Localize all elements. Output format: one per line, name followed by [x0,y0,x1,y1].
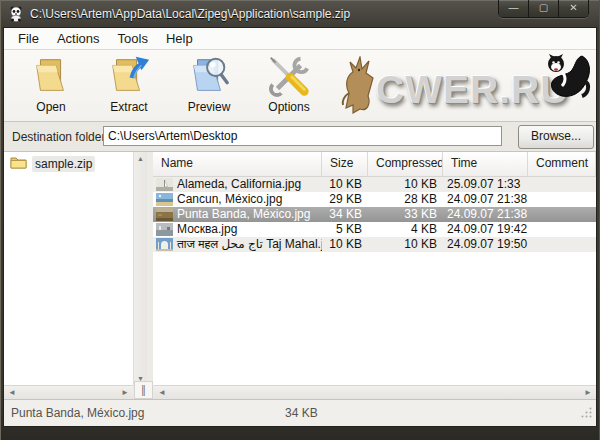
cwer-ru-logo: CWER.RU [338,54,592,118]
list-header: Name Size Compressed Time Comment [153,152,596,177]
moskva-thumbnail [156,223,173,236]
list-horizontal-scrollbar[interactable]: ◄ ► [154,385,596,399]
archive-tree: sample.zip [4,152,133,385]
file-name: ताज महल تاج محل Taj Mahal.jpg [177,237,322,252]
client-area: File Actions Tools Help Open [4,28,596,426]
file-compressed: 33 KB [368,207,443,222]
file-name: Punta Banda, México.jpg [177,207,310,222]
file-compressed: 4 KB [368,222,443,237]
punta-banda-thumbnail [156,208,173,221]
menu-bar: File Actions Tools Help [4,28,596,50]
file-comment [528,177,596,192]
main-area: sample.zip ▲ ▼ Name Size Compressed Time… [4,152,596,385]
open-folder-icon [28,53,74,99]
file-name: Alameda, California.jpg [177,177,301,192]
tree-item-sample-zip[interactable]: sample.zip [10,155,95,173]
file-name: Москва.jpg [177,222,237,237]
table-row[interactable]: Alameda, California.jpg 10 KB 10 KB 25.0… [153,177,596,192]
menu-help[interactable]: Help [157,28,202,49]
file-size: 10 KB [322,177,368,192]
cancun-thumbnail [156,193,173,206]
bottom-scrollbar-row: ◄ ► ║ ◄ ► [4,385,596,399]
options-label: Options [250,100,328,114]
file-name: Cancun, México.jpg [177,192,282,207]
table-row[interactable]: Москва.jpg 5 KB 4 KB 24.09.07 19:42 [153,222,596,237]
destination-label: Destination folder: [12,130,109,144]
status-bar: Punta Banda, México.jpg 34 KB [4,399,596,426]
folder-icon [10,155,27,173]
menu-tools[interactable]: Tools [109,28,157,49]
tree-horizontal-scrollbar[interactable]: ◄ ► [4,385,133,399]
table-row[interactable]: Cancun, México.jpg 29 KB 28 KB 24.09.07 … [153,192,596,207]
file-size: 10 KB [322,237,368,252]
cat-icon [538,52,592,108]
file-time: 24.09.07 19:50 [443,237,528,252]
extract-label: Extract [90,100,168,114]
file-compressed: 28 KB [368,192,443,207]
preview-label: Preview [170,100,248,114]
close-button[interactable]: ✕ [559,0,588,17]
tree-item-label: sample.zip [32,156,95,172]
window-controls: — ▢ ✕ [498,0,589,18]
browse-button[interactable]: Browse... [518,125,594,149]
file-compressed: 10 KB [368,237,443,252]
file-list: Name Size Compressed Time Comment [153,152,596,385]
scroll-up-icon[interactable]: ▲ [134,155,147,162]
options-button[interactable]: Options [250,53,328,119]
table-row[interactable]: ताज महल تاج محل Taj Mahal.jpg 10 KB 10 K… [153,237,596,252]
app-window: C:\Users\Artem\AppData\Local\Zipeg\Appli… [0,0,600,440]
taj-mahal-thumbnail [156,238,173,251]
file-comment [528,222,596,237]
preview-button[interactable]: Preview [170,53,248,119]
column-header-size[interactable]: Size [322,152,368,176]
scroll-right-icon[interactable]: ► [121,386,129,399]
file-size: 29 KB [322,192,368,207]
destination-input[interactable] [103,126,502,146]
tools-icon [266,53,312,99]
file-compressed: 10 KB [368,177,443,192]
menu-file[interactable]: File [9,28,48,49]
status-selected-size: 34 KB [285,406,318,420]
file-time: 24.09.07 19:42 [443,222,528,237]
resize-grip-icon[interactable] [580,405,593,423]
status-selected-file: Punta Banda, México.jpg [11,406,144,420]
scroll-right-icon[interactable]: ► [584,386,592,399]
file-time: 24.09.07 21:38 [443,192,528,207]
file-comment [528,207,596,222]
extract-button[interactable]: Extract [90,53,168,119]
file-time: 25.09.07 1:33 [443,177,528,192]
column-header-time[interactable]: Time [443,152,528,176]
open-button[interactable]: Open [12,53,90,119]
coyote-icon [340,56,378,118]
zipeg-panda-icon [8,6,24,22]
column-header-name[interactable]: Name [153,152,322,176]
title-bar[interactable]: C:\Users\Artem\AppData\Local\Zipeg\Appli… [0,0,600,28]
minimize-button[interactable]: — [499,0,529,17]
tree-vertical-scrollbar[interactable]: ▲ ▼ [133,152,147,385]
destination-bar: Destination folder: Browse... [4,122,596,152]
file-comment [528,237,596,252]
column-header-compressed[interactable]: Compressed [368,152,443,176]
table-row-selected[interactable]: Punta Banda, México.jpg 34 KB 33 KB 24.0… [153,207,596,222]
window-title: C:\Users\Artem\AppData\Local\Zipeg\Appli… [30,7,350,21]
file-time: 24.09.07 21:38 [443,207,528,222]
file-size: 34 KB [322,207,368,222]
toolbar: Open Extract [4,50,596,122]
preview-folder-icon [186,53,232,99]
file-comment [528,192,596,207]
alameda-thumbnail [156,178,173,191]
menu-actions[interactable]: Actions [48,28,109,49]
scroll-left-icon[interactable]: ◄ [8,386,16,399]
extract-folder-icon [106,53,152,99]
column-header-comment[interactable]: Comment [528,152,596,176]
maximize-button[interactable]: ▢ [529,0,559,17]
scroll-left-icon[interactable]: ◄ [158,386,166,399]
splitter-grip[interactable]: ║ [134,381,153,399]
file-size: 5 KB [322,222,368,237]
open-label: Open [12,100,90,114]
